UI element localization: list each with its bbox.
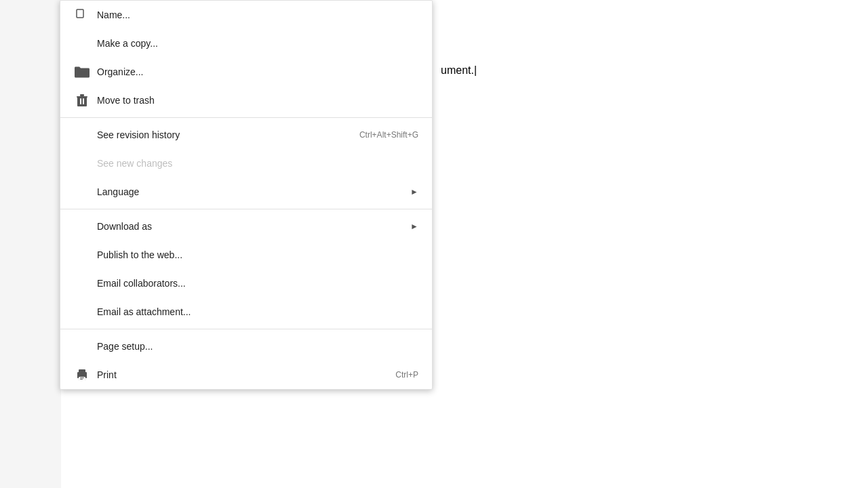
print-shortcut: Ctrl+P [395, 370, 418, 380]
divider-1 [60, 117, 432, 118]
menu-item-move-to-trash[interactable]: Move to trash [60, 86, 432, 115]
language-arrow-icon: ► [410, 187, 418, 197]
document-text: ument.| [441, 64, 477, 77]
print-label: Print [97, 369, 368, 380]
download-as-arrow-icon: ► [410, 222, 418, 231]
move-to-trash-label: Move to trash [97, 95, 418, 106]
divider-3 [60, 329, 432, 329]
svg-rect-4 [80, 98, 81, 104]
language-label: Language [97, 186, 397, 197]
trash-icon [74, 92, 90, 108]
context-menu: Name... Make a copy... Organize... Move … [60, 0, 433, 390]
menu-item-publish-to-web[interactable]: Publish to the web... [60, 241, 432, 269]
see-new-changes-label: See new changes [97, 158, 418, 169]
publish-to-web-label: Publish to the web... [97, 249, 418, 260]
svg-rect-3 [77, 96, 87, 98]
svg-rect-0 [77, 9, 83, 18]
download-as-label: Download as [97, 221, 397, 232]
rename-label: Name... [97, 9, 418, 20]
make-copy-label: Make a copy... [97, 38, 418, 49]
print-icon [74, 367, 90, 383]
svg-rect-11 [80, 379, 83, 380]
see-revision-history-label: See revision history [97, 129, 332, 140]
menu-item-make-copy[interactable]: Make a copy... [60, 29, 432, 58]
menu-item-rename[interactable]: Name... [60, 1, 432, 29]
rename-icon [74, 7, 90, 23]
menu-item-language[interactable]: Language ► [60, 178, 432, 206]
svg-rect-2 [80, 94, 84, 96]
organize-label: Organize... [97, 66, 418, 77]
page-setup-label: Page setup... [97, 341, 418, 352]
svg-rect-7 [79, 369, 85, 373]
email-collaborators-label: Email collaborators... [97, 278, 418, 289]
svg-rect-10 [80, 378, 84, 378]
menu-item-email-as-attachment[interactable]: Email as attachment... [60, 298, 432, 326]
menu-item-organize[interactable]: Organize... [60, 58, 432, 86]
menu-item-see-revision-history[interactable]: See revision history Ctrl+Alt+Shift+G [60, 121, 432, 149]
svg-rect-9 [79, 377, 85, 380]
menu-item-see-new-changes: See new changes [60, 149, 432, 178]
svg-rect-1 [77, 96, 87, 106]
revision-history-shortcut: Ctrl+Alt+Shift+G [359, 130, 418, 140]
divider-2 [60, 209, 432, 209]
folder-icon [74, 64, 90, 80]
menu-item-page-setup[interactable]: Page setup... [60, 332, 432, 361]
menu-item-download-as[interactable]: Download as ► [60, 212, 432, 241]
email-as-attachment-label: Email as attachment... [97, 306, 418, 317]
sidebar [0, 0, 61, 488]
svg-rect-5 [83, 98, 84, 104]
menu-item-print[interactable]: Print Ctrl+P [60, 361, 432, 389]
menu-item-email-collaborators[interactable]: Email collaborators... [60, 269, 432, 298]
